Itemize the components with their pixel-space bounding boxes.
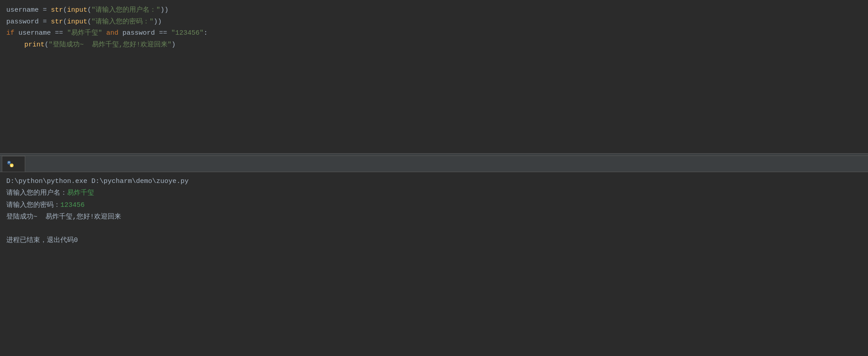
terminal-line-tl2: 请输入您的用户名：易炸千玺: [6, 187, 862, 199]
code-text: (: [45, 39, 49, 51]
editor-area: username = str(input("请输入您的用户名："))passwo…: [0, 0, 868, 153]
operator: =: [43, 16, 47, 28]
operator: =: [43, 5, 47, 16]
terminal-line-tl4: 登陆成功~ 易炸千玺,您好!欢迎回来: [6, 211, 862, 223]
svg-point-2: [9, 162, 9, 163]
function-name: str: [51, 5, 63, 16]
code-text: ): [172, 39, 176, 51]
operator: ==: [55, 27, 63, 39]
terminal-tab[interactable]: [2, 156, 25, 172]
code-text: [167, 27, 171, 39]
code-text: password: [118, 27, 159, 39]
code-text: [47, 5, 51, 16]
string-literal: "请输入您的密码：": [91, 16, 154, 28]
code-text: (: [87, 5, 91, 16]
code-text: )): [154, 16, 162, 28]
function-name: input: [67, 5, 87, 16]
svg-point-3: [11, 165, 12, 166]
code-text: [63, 27, 67, 39]
indent: [6, 39, 24, 51]
string-literal: "登陆成功~ 易炸千玺,您好!欢迎回来": [49, 39, 172, 51]
keyword: and: [106, 27, 118, 39]
operator: ==: [159, 27, 167, 39]
function-name: str: [51, 16, 63, 28]
code-line-line1: username = str(input("请输入您的用户名：")): [0, 5, 868, 16]
keyword: if: [6, 27, 14, 39]
code-text: username: [14, 27, 55, 39]
prompt-prefix: 请输入您的密码：: [6, 201, 60, 209]
code-text: :: [203, 27, 208, 39]
string-literal: "123456": [171, 27, 203, 39]
code-text: [102, 27, 106, 39]
terminal-empty-line: [6, 223, 862, 235]
terminal-tab-bar: [0, 156, 868, 172]
code-text: username: [6, 5, 43, 16]
prompt-value: 123456: [60, 201, 85, 209]
code-text: (: [63, 16, 67, 28]
terminal-content: D:\python\python.exe D:\pycharm\demo\zuo…: [0, 172, 868, 251]
code-line-line3: if username == "易炸千玺" and password == "1…: [0, 27, 868, 39]
prompt-value: 易炸千玺: [67, 189, 94, 197]
code-text: )): [160, 5, 168, 16]
terminal-line-tl3: 请输入您的密码：123456: [6, 200, 862, 211]
prompt-prefix: 请输入您的用户名：: [6, 189, 67, 197]
python-icon: [7, 160, 14, 168]
terminal-line-tl1: D:\python\python.exe D:\pycharm\demo\zuo…: [6, 176, 862, 187]
code-text: [47, 16, 51, 28]
code-line-line2: password = str(input("请输入您的密码：")): [0, 16, 868, 28]
function-name: print: [24, 39, 45, 51]
terminal-line-tl6: 进程已结束，退出代码0: [6, 235, 862, 246]
code-text: (: [63, 5, 67, 16]
function-name: input: [67, 16, 87, 28]
code-line-line4: print("登陆成功~ 易炸千玺,您好!欢迎回来"): [0, 39, 868, 51]
string-literal: "易炸千玺": [67, 27, 102, 39]
code-text: password: [6, 16, 43, 28]
string-literal: "请输入您的用户名：": [91, 5, 160, 16]
code-text: (: [87, 16, 91, 28]
terminal-area: D:\python\python.exe D:\pycharm\demo\zuo…: [0, 156, 868, 356]
